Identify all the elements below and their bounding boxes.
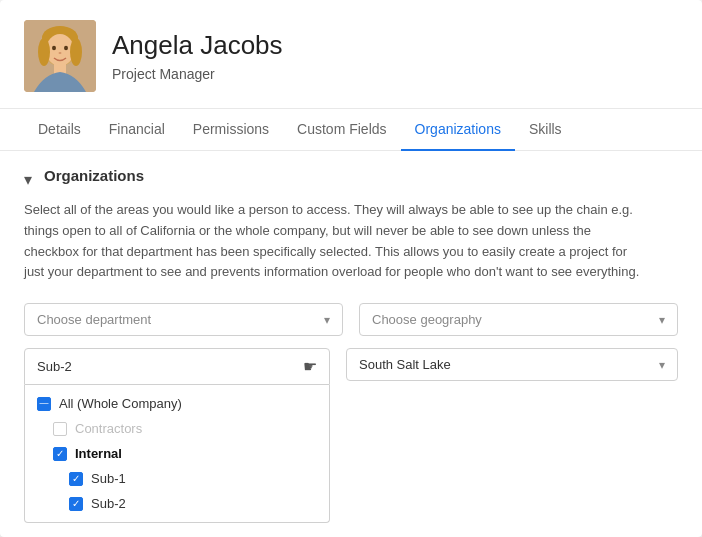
avatar [24,20,96,92]
department-open-dropdown: Sub-2 ☛ All (Whole Company) Contractors [24,348,330,385]
department-placeholder: Choose department [37,312,151,327]
profile-title: Project Manager [112,66,283,82]
tab-skills[interactable]: Skills [515,109,576,151]
menu-item-sub1[interactable]: Sub-1 [25,466,329,491]
geography-chevron-icon: ▾ [659,313,665,327]
profile-name: Angela Jacobs [112,30,283,61]
tab-custom-fields[interactable]: Custom Fields [283,109,400,151]
department-menu: All (Whole Company) Contractors Internal [24,385,330,523]
section-title: Organizations [44,167,144,184]
department-dropdown[interactable]: Choose department ▾ [24,303,343,336]
south-salt-lake-value: South Salt Lake [359,357,451,372]
south-salt-lake-chevron-icon: ▾ [659,358,665,372]
menu-item-all[interactable]: All (Whole Company) [25,391,329,416]
dropdowns-row-1: Choose department ▾ Choose geography ▾ [24,303,678,336]
geography-dropdown[interactable]: Choose geography ▾ [359,303,678,336]
tab-details[interactable]: Details [24,109,95,151]
checkbox-all[interactable] [37,397,51,411]
menu-item-all-label: All (Whole Company) [59,396,182,411]
tab-financial[interactable]: Financial [95,109,179,151]
menu-item-sub2[interactable]: Sub-2 [25,491,329,516]
geography-placeholder: Choose geography [372,312,482,327]
menu-item-internal-label: Internal [75,446,122,461]
section-header[interactable]: ▾ Organizations [24,167,678,184]
section-toggle-icon[interactable]: ▾ [24,170,36,182]
department-selected-value: Sub-2 [37,359,72,374]
tab-bar: Details Financial Permissions Custom Fie… [0,109,702,151]
main-card: Angela Jacobs Project Manager Details Fi… [0,0,702,537]
organizations-description: Select all of the areas you would like a… [24,200,644,283]
department-trigger[interactable]: Sub-2 ☛ [24,348,330,385]
svg-point-7 [64,46,68,50]
svg-point-5 [70,38,82,66]
dropdowns-row-2: Sub-2 ☛ All (Whole Company) Contractors [24,348,678,385]
department-chevron-icon: ▾ [324,313,330,327]
menu-item-sub2-label: Sub-2 [91,496,126,511]
tab-permissions[interactable]: Permissions [179,109,283,151]
content-area: ▾ Organizations Select all of the areas … [0,151,702,409]
menu-item-contractors[interactable]: Contractors [25,416,329,441]
profile-info: Angela Jacobs Project Manager [112,30,283,81]
south-salt-lake-dropdown[interactable]: South Salt Lake ▾ [346,348,678,381]
tab-organizations[interactable]: Organizations [401,109,515,151]
checkbox-sub1[interactable] [69,472,83,486]
svg-point-8 [59,52,62,54]
svg-point-4 [38,38,50,66]
menu-item-contractors-label: Contractors [75,421,142,436]
checkbox-sub2[interactable] [69,497,83,511]
checkbox-contractors[interactable] [53,422,67,436]
menu-item-internal[interactable]: Internal [25,441,329,466]
profile-header: Angela Jacobs Project Manager [0,0,702,109]
cursor-pointer-icon: ☛ [303,357,317,376]
checkbox-internal[interactable] [53,447,67,461]
svg-point-6 [52,46,56,50]
menu-item-sub1-label: Sub-1 [91,471,126,486]
